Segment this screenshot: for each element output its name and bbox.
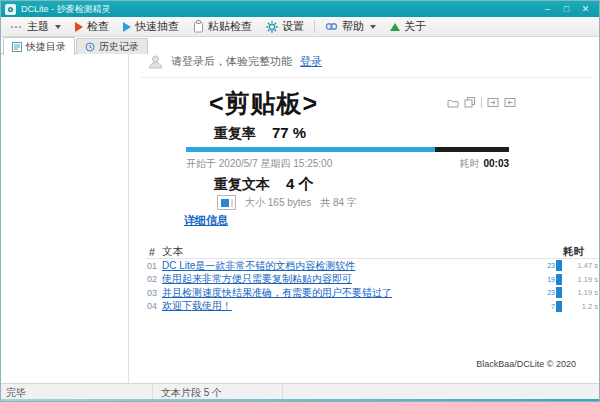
home-green-icon bbox=[390, 23, 400, 31]
statusbar-accent-strip bbox=[1, 399, 599, 401]
header-index: # bbox=[146, 246, 162, 258]
details-link[interactable]: 详细信息 bbox=[184, 213, 228, 228]
app-window: DCLite - 抄袭检测精灵 – □ ✕ 主题 检查 快速抽查 粘贴检查 bbox=[0, 0, 600, 402]
toolbar: 主题 检查 快速抽查 粘贴检查 设置 帮助 bbox=[1, 17, 599, 37]
row-time-value: 1.19 s bbox=[562, 275, 598, 284]
quick-check-button[interactable]: 快速抽查 bbox=[116, 18, 186, 36]
chars-text: 共 84 字 bbox=[320, 196, 357, 210]
row-index: 02 bbox=[146, 274, 162, 284]
help-label: 帮助 bbox=[342, 19, 364, 34]
row-text-link[interactable]: 并且检测速度快结果准确，有需要的用户不要错过了 bbox=[162, 286, 542, 300]
row-bar-label: 19 bbox=[542, 276, 556, 283]
theme-button[interactable]: 主题 bbox=[4, 18, 68, 36]
paste-check-label: 粘贴检查 bbox=[208, 19, 252, 34]
copyright-text: BlackBaa/DCLite © 2020 bbox=[476, 359, 576, 369]
report-title: <剪贴板> bbox=[209, 87, 318, 120]
duplicate-rate-label: 重复率 bbox=[214, 125, 256, 143]
paste-check-button[interactable]: 粘贴检查 bbox=[186, 18, 259, 36]
settings-label: 设置 bbox=[282, 19, 304, 34]
help-button[interactable]: 帮助 bbox=[318, 18, 383, 36]
tabstrip: 快捷目录 历史记录 bbox=[3, 37, 148, 54]
started-text: 开始于 2020/5/7 星期四 15:25:00 bbox=[186, 157, 332, 171]
row-bar-label: 23 bbox=[542, 289, 556, 296]
check-label: 检查 bbox=[87, 19, 109, 34]
header-time: 耗时 bbox=[540, 245, 598, 259]
row-bar-label: 7 bbox=[542, 303, 556, 310]
tab-history[interactable]: 历史记录 bbox=[76, 38, 148, 54]
row-index: 03 bbox=[146, 288, 162, 298]
directory-icon bbox=[12, 42, 22, 52]
header-text: 文本 bbox=[162, 245, 540, 259]
elapsed-value: 00:03 bbox=[483, 158, 509, 169]
duplicate-text-value: 4 个 bbox=[286, 175, 314, 194]
chevron-down-icon bbox=[370, 25, 376, 29]
folder-icon[interactable] bbox=[447, 97, 459, 108]
row-text-link[interactable]: 欢迎下载使用！ bbox=[162, 299, 542, 313]
minimize-button[interactable]: – bbox=[538, 1, 557, 17]
row-text-link[interactable]: 使用起来非常方便只需要复制粘贴内容即可 bbox=[162, 272, 542, 286]
progressbar-fill bbox=[186, 147, 435, 152]
history-icon bbox=[85, 42, 95, 52]
table-header: # 文本 耗时 bbox=[146, 245, 598, 259]
row-index: 04 bbox=[146, 301, 162, 311]
row-text-link[interactable]: DC Lite是一款非常不错的文档内容检测软件 bbox=[162, 259, 542, 273]
table-row: 03 并且检测速度快结果准确，有需要的用户不要错过了 23 1.19 s bbox=[146, 286, 598, 300]
duplicate-text-row: 重复文本 4 个 bbox=[214, 175, 314, 194]
sidebar-panel bbox=[1, 53, 129, 383]
table-row: 04 欢迎下载使用！ 7 1.2 s bbox=[146, 300, 598, 314]
elapsed-label: 耗时 bbox=[459, 158, 479, 169]
duplicate-rate-progressbar bbox=[186, 147, 509, 152]
maximize-button[interactable]: □ bbox=[557, 1, 576, 17]
status-fragments-text: 文本片段 5 个 bbox=[161, 386, 222, 400]
image-thumbnail-icon[interactable] bbox=[217, 195, 236, 210]
about-label: 关于 bbox=[404, 19, 426, 34]
icon-separator bbox=[481, 97, 482, 108]
row-time-value: 1.19 s bbox=[562, 288, 598, 297]
table-row: 01 DC Lite是一款非常不错的文档内容检测软件 23 1.47 s bbox=[146, 259, 598, 273]
section-divider bbox=[141, 77, 593, 78]
titlebar: DCLite - 抄袭检测精灵 – □ ✕ bbox=[1, 1, 599, 17]
chevron-down-icon bbox=[55, 25, 61, 29]
window-title: DCLite - 抄袭检测精灵 bbox=[21, 1, 111, 17]
login-row: 请登录后，体验完整功能 登录 bbox=[148, 54, 322, 69]
close-button[interactable]: ✕ bbox=[576, 1, 595, 17]
scan-meta-row: 开始于 2020/5/7 星期四 15:25:00 耗时00:03 bbox=[186, 157, 509, 171]
login-prompt: 请登录后，体验完整功能 bbox=[171, 54, 292, 69]
duplicate-text-label: 重复文本 bbox=[214, 176, 270, 194]
size-text: 大小 165 bytes bbox=[245, 196, 311, 210]
row-bar-label: 23 bbox=[542, 262, 556, 269]
window-controls: – □ ✕ bbox=[538, 1, 595, 17]
elapsed-block: 耗时00:03 bbox=[459, 157, 509, 171]
results-table: # 文本 耗时 01 DC Lite是一款非常不错的文档内容检测软件 23 1.… bbox=[146, 245, 598, 313]
check-button[interactable]: 检查 bbox=[68, 18, 116, 36]
settings-button[interactable]: 设置 bbox=[259, 18, 311, 36]
duplicate-rate-row: 重复率 77 % bbox=[214, 124, 306, 143]
tab-history-label: 历史记录 bbox=[99, 40, 139, 54]
row-time-value: 1.2 s bbox=[562, 302, 598, 311]
status-state-text: 完毕 bbox=[6, 386, 26, 400]
about-button[interactable]: 关于 bbox=[383, 18, 433, 36]
toolbar-separator bbox=[314, 20, 315, 33]
table-row: 02 使用起来非常方便只需要复制粘贴内容即可 19 1.19 s bbox=[146, 273, 598, 287]
document-size-row: 大小 165 bytes 共 84 字 bbox=[217, 195, 357, 210]
app-icon bbox=[5, 4, 16, 15]
main-panel: 请登录后，体验完整功能 登录 <剪贴板> 重复率 77 % bbox=[129, 37, 599, 383]
gear-icon bbox=[266, 21, 278, 33]
theme-dots-icon bbox=[11, 26, 23, 28]
copy-icon[interactable] bbox=[464, 97, 476, 108]
quick-check-label: 快速抽查 bbox=[135, 19, 179, 34]
user-icon bbox=[148, 55, 163, 69]
export-icon[interactable] bbox=[487, 97, 499, 108]
duplicate-rate-value: 77 % bbox=[272, 124, 306, 141]
import-icon[interactable] bbox=[504, 97, 516, 108]
tab-quick-directory-label: 快捷目录 bbox=[26, 40, 66, 54]
play-red-icon bbox=[75, 22, 83, 32]
row-time-value: 1.47 s bbox=[562, 261, 598, 270]
theme-label: 主题 bbox=[27, 19, 49, 34]
tab-quick-directory[interactable]: 快捷目录 bbox=[3, 37, 75, 55]
link-icon bbox=[325, 21, 338, 32]
login-link[interactable]: 登录 bbox=[300, 54, 322, 69]
row-index: 01 bbox=[146, 261, 162, 271]
clipboard-icon bbox=[193, 20, 204, 33]
play-blue-icon bbox=[123, 22, 131, 32]
